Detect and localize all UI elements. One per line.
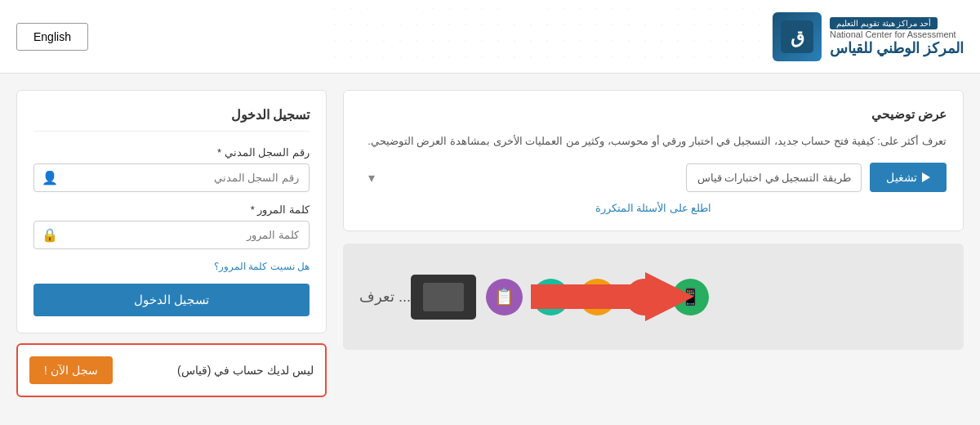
logo-arabic-text: المركز الوطني للقياس — [830, 39, 964, 57]
logo-area: أحد مراكز هيئة تقويم التعليم National Ce… — [773, 12, 964, 61]
logo-icon: ق — [781, 20, 813, 53]
play-label: تشغيل — [886, 171, 917, 184]
english-language-button[interactable]: English — [16, 23, 88, 51]
demo-title: عرض توضيحي — [360, 107, 947, 122]
register-button[interactable]: سجل الآن ! — [29, 356, 113, 384]
demo-select-wrapper: طريقة التسجيل في اختبارات قياس — [360, 163, 862, 192]
id-input[interactable] — [33, 163, 310, 192]
banner-icon-5: 📋 — [486, 279, 523, 315]
logo-icon-box: ق — [773, 12, 822, 61]
demo-description: تعرف أكثر على: كيفية فتح حساب جديد، التس… — [360, 132, 947, 150]
id-form-group: رقم السجل المدني * 👤 — [33, 146, 310, 192]
header-bg-pattern — [327, 0, 817, 73]
id-input-wrapper: 👤 — [33, 163, 310, 192]
password-input[interactable] — [33, 221, 310, 249]
faq-link[interactable]: اطلع على الأسئلة المتكررة — [360, 202, 947, 214]
login-card: تسجيل الدخول رقم السجل المدني * 👤 كلمة ا… — [16, 90, 327, 333]
register-text: ليس لديك حساب في (قياس) — [177, 364, 314, 377]
login-title: تسجيل الدخول — [33, 107, 310, 132]
register-section: ليس لديك حساب في (قياس) سجل الآن ! — [16, 343, 327, 397]
play-icon — [922, 172, 930, 182]
svg-text:ق: ق — [790, 27, 804, 47]
forgot-password-link[interactable]: هل نسيت كلمة المرور؟ — [33, 261, 310, 272]
red-arrow — [531, 272, 694, 321]
right-panel: تسجيل الدخول رقم السجل المدني * 👤 كلمة ا… — [16, 90, 327, 409]
password-input-wrapper: 🔒 — [33, 221, 310, 249]
password-form-group: كلمة المرور * 🔒 — [33, 204, 310, 249]
logo-english-text: National Center for Assessment — [830, 29, 956, 39]
left-panel: عرض توضيحي تعرف أكثر على: كيفية فتح حساب… — [343, 90, 964, 409]
banner-area: 📱 📊 🌐 ⚙️ 📋 ... تعرف — [343, 244, 964, 350]
password-label: كلمة المرور * — [33, 204, 310, 216]
play-button[interactable]: تشغيل — [870, 163, 947, 192]
logo-subtitle: أحد مراكز هيئة تقويم التعليم — [830, 17, 938, 29]
demo-card: عرض توضيحي تعرف أكثر على: كيفية فتح حساب… — [343, 90, 964, 231]
demo-controls: تشغيل طريقة التسجيل في اختبارات قياس — [360, 163, 947, 192]
login-button[interactable]: تسجيل الدخول — [33, 284, 310, 316]
banner-device — [411, 275, 476, 320]
banner-text: ... تعرف — [359, 288, 411, 306]
id-label: رقم السجل المدني * — [33, 146, 310, 159]
svg-marker-2 — [531, 272, 694, 321]
demo-select[interactable]: طريقة التسجيل في اختبارات قياس — [686, 163, 862, 192]
header: English أحد مراكز هيئة تقويم التعليم Nat… — [0, 0, 980, 74]
main-content: عرض توضيحي تعرف أكثر على: كيفية فتح حساب… — [0, 74, 980, 425]
logo-text-area: أحد مراكز هيئة تقويم التعليم National Ce… — [830, 16, 964, 57]
